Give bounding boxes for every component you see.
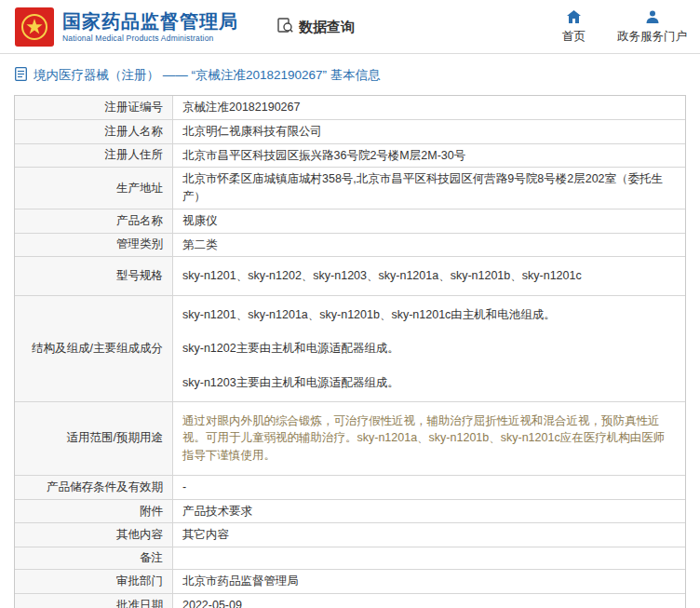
row-value: 产品技术要求 <box>173 500 685 523</box>
row-value: 2022-05-09 <box>173 594 685 608</box>
row-label: 管理类别 <box>15 234 173 257</box>
table-row-management-class: 管理类别 第二类 <box>15 233 685 257</box>
row-label: 附件 <box>15 500 173 523</box>
national-emblem-icon <box>15 7 54 47</box>
row-label: 审批部门 <box>15 570 173 593</box>
data-query-icon <box>277 18 293 36</box>
table-row-reg-number: 注册证编号 京械注准20182190267 <box>15 96 685 119</box>
table-row-approval-date: 批准日期 2022-05-09 <box>15 593 685 608</box>
nav-home-label: 首页 <box>562 29 586 45</box>
row-label: 生产地址 <box>15 168 173 209</box>
row-value: 其它内容 <box>173 523 685 547</box>
row-value: 北京市药品监督管理局 <box>173 570 685 593</box>
table-row-registrant-name: 注册人名称 北京明仁视康科技有限公司 <box>15 119 685 143</box>
top-header: 国家药品监督管理局 National Medical Products Admi… <box>0 0 700 54</box>
row-label: 产品储存条件及有效期 <box>15 476 173 499</box>
table-row-intended-use: 适用范围/预期用途 通过对眼内外肌的综合锻炼，可治疗假性近视，辅助治疗屈折性近视… <box>15 401 685 475</box>
breadcrumb: 境内医疗器械（注册） —— “京械注准20182190267” 基本信息 <box>0 54 700 94</box>
table-row-other-content: 其他内容 其它内容 <box>15 522 685 547</box>
page-title: 境内医疗器械（注册） —— “京械注准20182190267” 基本信息 <box>34 67 381 84</box>
table-row-product-name: 产品名称 视康仪 <box>15 209 685 233</box>
nav-gov-portal[interactable]: 政务服务门户 <box>617 10 687 45</box>
row-label: 注册人名称 <box>15 120 173 143</box>
row-value: - <box>173 476 685 499</box>
row-label: 批准日期 <box>15 594 173 608</box>
agency-name-cn: 国家药品监督管理局 <box>62 11 238 32</box>
row-label: 注册人住所 <box>15 144 173 168</box>
agency-brand: 国家药品监督管理局 National Medical Products Admi… <box>62 11 238 43</box>
table-row-approval-dept: 审批部门 北京市药品监督管理局 <box>15 569 685 593</box>
row-value: 通过对眼内外肌的综合锻炼，可治疗假性近视，辅助治疗屈折性近视和混合近视，预防真性… <box>173 402 685 475</box>
table-row-storage: 产品储存条件及有效期 - <box>15 475 685 499</box>
row-label: 产品名称 <box>15 209 173 233</box>
row-label: 备注 <box>15 547 173 569</box>
document-icon <box>15 67 27 84</box>
row-label: 注册证编号 <box>15 96 173 119</box>
table-row-remarks: 备注 <box>15 547 685 569</box>
row-value <box>173 547 685 569</box>
row-value: 北京市昌平区科技园区振兴路36号院2号楼M层2M-30号 <box>173 144 685 168</box>
data-query-label: 数据查询 <box>299 19 355 36</box>
row-value: sky-n1201、sky-n1202、sky-n1203、sky-n1201a… <box>173 257 685 295</box>
table-row-composition: 结构及组成/主要组成成分 sky-n1201、sky-n1201a、sky-n1… <box>15 295 685 401</box>
table-row-registrant-address: 注册人住所 北京市昌平区科技园区振兴路36号院2号楼M层2M-30号 <box>15 143 685 168</box>
registration-info-table: 注册证编号 京械注准20182190267 注册人名称 北京明仁视康科技有限公司… <box>14 95 686 608</box>
row-label: 其他内容 <box>15 523 173 547</box>
row-value: 京械注准20182190267 <box>173 96 685 119</box>
table-row-attachment: 附件 产品技术要求 <box>15 499 685 523</box>
row-value: 视康仪 <box>173 209 685 233</box>
table-row-model-spec: 型号规格 sky-n1201、sky-n1202、sky-n1203、sky-n… <box>15 256 685 295</box>
row-value: 第二类 <box>173 234 685 257</box>
row-value: 北京明仁视康科技有限公司 <box>173 120 685 143</box>
agency-name-en: National Medical Products Administration <box>62 34 238 43</box>
row-label: 适用范围/预期用途 <box>15 402 173 475</box>
home-icon <box>567 10 581 26</box>
table-row-production-address: 生产地址 北京市怀柔区庙城镇庙城村358号,北京市昌平区科技园区何营路9号院8号… <box>15 167 685 209</box>
row-label: 型号规格 <box>15 257 173 295</box>
row-label: 结构及组成/主要组成成分 <box>15 296 173 401</box>
nav-portal-label: 政务服务门户 <box>617 29 687 45</box>
nav-home[interactable]: 首页 <box>562 10 586 45</box>
row-value: sky-n1201、sky-n1201a、sky-n1201b、sky-n120… <box>173 296 685 401</box>
nav-data-query[interactable]: 数据查询 <box>277 18 355 36</box>
person-icon <box>646 10 659 26</box>
row-value: 北京市怀柔区庙城镇庙城村358号,北京市昌平区科技园区何营路9号院8号楼2层20… <box>173 168 685 209</box>
